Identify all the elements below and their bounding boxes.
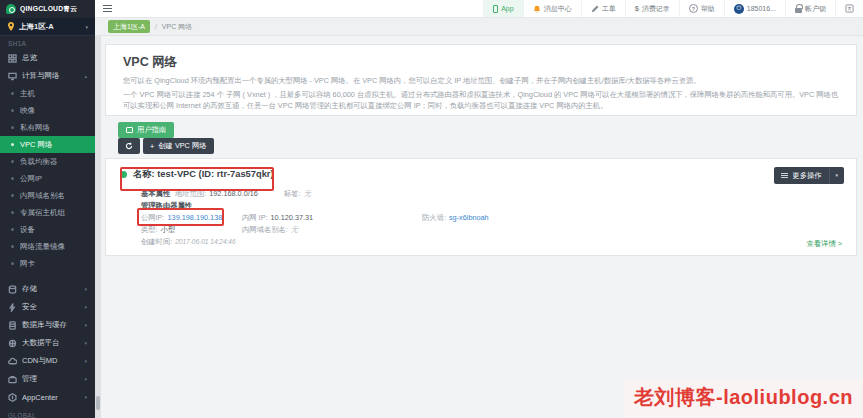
header-item-label: 185016...: [747, 5, 776, 12]
sidebar-item-devices[interactable]: 设备: [0, 221, 95, 238]
sidebar-item-nic[interactable]: 网卡: [0, 255, 95, 272]
bullet-icon: [11, 194, 14, 197]
question-icon: ?: [689, 4, 698, 13]
sidebar-item-compute-network[interactable]: 计算与网络 ▴: [0, 67, 95, 85]
sidebar-item-label: CDN与MD: [22, 356, 57, 366]
user-guide-button[interactable]: 用户指南: [118, 122, 174, 138]
lock-icon: [795, 8, 802, 13]
menu-toggle-icon[interactable]: [103, 5, 112, 12]
sidebar-item-label: 私有网络: [20, 123, 50, 133]
header-item-account-lock[interactable]: 帐户锁: [785, 0, 835, 17]
sidebar-item-appcenter[interactable]: AppCenter ▾: [0, 388, 95, 406]
book-icon: [126, 127, 133, 133]
breadcrumb: 上海1区-A / VPC 网络: [95, 18, 863, 36]
header-item-account[interactable]: ⏻ 185016...: [724, 0, 785, 17]
header-item-label: 消息中心: [544, 4, 572, 14]
vpc-attributes: 基本属性 地址范围:192.168.0.0/16 标签:无 管理路由器属性 公网…: [141, 188, 842, 248]
more-actions-label: 更多操作: [792, 171, 821, 181]
vpc-name[interactable]: 名称: test-VPC (ID: rtr-7as57qkr): [133, 168, 274, 181]
chevron-down-icon: ▾: [84, 340, 87, 346]
header-item-ticket[interactable]: 工单: [581, 0, 625, 17]
sidebar-item-security[interactable]: 安全 ▾: [0, 298, 95, 316]
refresh-button[interactable]: [118, 138, 140, 154]
database-icon: [8, 321, 17, 330]
public-ip-field: 公网IP:139.198.190.138: [141, 213, 242, 223]
create-vpc-button[interactable]: + 创建 VPC 网络: [143, 138, 214, 154]
public-ip-link[interactable]: 139.198.190.138: [168, 213, 223, 222]
list-icon: [781, 173, 788, 179]
sidebar-item-management[interactable]: 管理 ▾: [0, 370, 95, 388]
more-actions-button[interactable]: 更多操作 ▼: [774, 167, 844, 184]
appcenter-icon: [8, 393, 17, 402]
bullet-icon: [11, 228, 14, 231]
zone-label: 上海1区-A: [19, 22, 54, 32]
sidebar-item-label: 管理: [22, 374, 37, 384]
ip-row: 公网IP:139.198.190.138 内网 IP:10.120.37.31 …: [141, 212, 842, 224]
sidebar-item-load-balancer[interactable]: 负载均衡器: [0, 153, 95, 170]
sidebar-item-storage[interactable]: 存储 ▾: [0, 280, 95, 298]
sidebar-item-label: 存储: [22, 284, 37, 294]
dropdown-caret-icon[interactable]: ▼: [829, 167, 844, 184]
tag-field: 标签:无: [284, 189, 311, 199]
chevron-down-icon: ▾: [85, 24, 88, 30]
description-panel: VPC 网络 您可以在 QingCloud 环境内预配置出一个专属的大型网络 -…: [105, 44, 857, 116]
sidebar-scrollbar[interactable]: [95, 36, 101, 418]
sidebar-item-label: 专属宿主机组: [20, 208, 65, 218]
bullet-icon: [11, 160, 14, 163]
alias-field: 内网域名别名:无: [242, 225, 298, 235]
header-item-message-center[interactable]: 消息中心: [523, 0, 581, 17]
sidebar-item-images[interactable]: 映像: [0, 102, 95, 119]
bell-icon: [533, 5, 541, 13]
sidebar-item-database-cache[interactable]: 数据库与缓存 ▾: [0, 316, 95, 334]
sidebar-item-traffic-mirror[interactable]: 网络流量镜像: [0, 238, 95, 255]
sidebar-item-label: 数据库与缓存: [22, 320, 67, 330]
sidebar-item-public-ip[interactable]: 公网IP: [0, 170, 95, 187]
sidebar-item-overview[interactable]: 总览: [0, 49, 95, 67]
description-paragraph: 您可以在 QingCloud 环境内预配置出一个专属的大型网络 - VPC 网络…: [123, 76, 839, 86]
sidebar-item-label: AppCenter: [22, 393, 58, 402]
sidebar-item-private-network[interactable]: 私有网络: [0, 119, 95, 136]
sidebar-item-label: 主机: [20, 89, 35, 99]
dollar-icon: $: [635, 4, 639, 13]
breadcrumb-zone-badge[interactable]: 上海1区-A: [108, 20, 150, 33]
sidebar-item-label: 内网域名别名: [20, 191, 65, 201]
header-item-help[interactable]: ? 帮助: [679, 0, 724, 17]
sidebar-item-cdn[interactable]: CDN与MD ▾: [0, 352, 95, 370]
header-item-language[interactable]: [835, 0, 863, 17]
chevron-down-icon: ▾: [84, 376, 87, 382]
header-item-label: 消费记录: [642, 4, 670, 14]
private-ip-field: 内网 IP:10.120.37.31: [242, 213, 422, 223]
vpc-card-header: 名称: test-VPC (ID: rtr-7as57qkr): [120, 168, 842, 181]
page-title: VPC 网络: [123, 54, 839, 71]
header-item-app[interactable]: App: [483, 0, 522, 17]
dashboard-icon: [8, 54, 17, 63]
sidebar-item-dns-alias[interactable]: 内网域名别名: [0, 187, 95, 204]
brand-name: QINGCLOUD青云: [20, 4, 77, 14]
sidebar-item-dedicated-host-group[interactable]: 专属宿主机组: [0, 204, 95, 221]
description-paragraph: 在 VPC 网络里，管理路由器 只负责 VPN /隧道/ DNS /端口转发等管…: [123, 115, 839, 116]
firewall-link[interactable]: sg-x6ibnoah: [449, 213, 489, 222]
sidebar-item-label: 大数据平台: [22, 338, 60, 348]
chevron-down-icon: ▾: [84, 358, 87, 364]
header-item-label: 帐户锁: [805, 4, 826, 14]
scrollbar-thumb[interactable]: [96, 396, 100, 410]
sidebar-item-label: 安全: [22, 302, 37, 312]
description-paragraph: 一个 VPC 网络可以连接 254 个 子网 ( Vxnet ) ，且最多可以容…: [123, 90, 839, 111]
chevron-up-icon: ▴: [84, 73, 87, 79]
sidebar-item-hosts[interactable]: 主机: [0, 85, 95, 102]
created-field: 创建时间:2017-06-01 14:24:46: [141, 237, 236, 247]
sidebar: QINGCLOUD青云 上海1区-A ▾ SH1A 总览 计算与网络 ▴ 主机 …: [0, 0, 95, 418]
header-item-label: 帮助: [701, 4, 715, 14]
bullet-icon: [11, 245, 14, 248]
bullet-icon: [11, 177, 14, 180]
sidebar-item-bigdata[interactable]: 大数据平台 ▾: [0, 334, 95, 352]
sidebar-item-vpc-network[interactable]: VPC 网络: [0, 136, 95, 153]
header-item-billing[interactable]: $ 消费记录: [625, 0, 679, 17]
view-details-link[interactable]: 查看详情 >: [807, 239, 842, 249]
bigdata-icon: [8, 339, 17, 348]
brand-logo[interactable]: QINGCLOUD青云: [0, 0, 95, 18]
zone-selector[interactable]: 上海1区-A ▾: [0, 18, 95, 36]
firewall-field: 防火墙:sg-x6ibnoah: [422, 213, 489, 223]
bullet-icon: [11, 211, 14, 214]
breadcrumb-separator: /: [155, 23, 157, 30]
